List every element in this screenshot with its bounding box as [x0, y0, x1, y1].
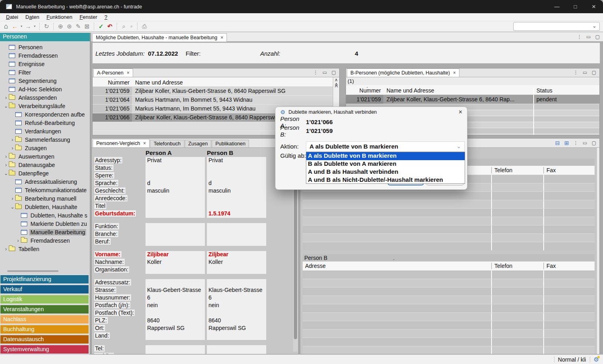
table-row[interactable]: 1’021’064 Markus Hartmann, Im Bommet 5, …: [93, 96, 333, 105]
tree-expand-arrow[interactable]: ›: [3, 154, 9, 159]
tree-item[interactable]: › Zusagen: [0, 144, 90, 152]
column-header-name-adresse[interactable]: Name und Adresse: [132, 79, 333, 86]
tree-expand-arrow[interactable]: ›: [10, 137, 15, 143]
menu-item[interactable]: Datei: [2, 14, 22, 20]
tree-item[interactable]: Verdankungen: [0, 127, 90, 135]
tree-item[interactable]: Manuelle Bearbeitung: [0, 228, 90, 236]
tree-item[interactable]: Adressaktualisierung: [0, 177, 90, 186]
toolbar-separator[interactable]: [94, 23, 94, 30]
forward-icon[interactable]: →: [24, 23, 32, 30]
tree-expand-arrow[interactable]: ›: [10, 196, 15, 201]
tree-item[interactable]: › Anlassspenden: [0, 93, 90, 102]
main-tab[interactable]: Mögliche Dubletten, Haushalte - manuelle…: [92, 33, 227, 42]
tree-expand-arrow[interactable]: ›: [10, 145, 15, 151]
column-header-nummer[interactable]: ˆNummer: [93, 79, 132, 86]
menu-item[interactable]: Fenster: [76, 14, 101, 20]
forward-caret-icon[interactable]: ▾: [32, 24, 37, 28]
settings-gear-icon[interactable]: ⚙: [594, 356, 599, 363]
column-header-telefon[interactable]: Telefon: [491, 167, 543, 173]
panel-menu-dots-icon[interactable]: ⋮: [577, 34, 582, 40]
toolbar-search-combobox[interactable]: ⌄: [513, 22, 600, 31]
module-bar[interactable]: Systemverwaltung: [0, 345, 89, 354]
tree-expand-arrow[interactable]: ›: [15, 238, 21, 243]
tree-expand-arrow[interactable]: ⌄: [3, 171, 9, 176]
tree-item[interactable]: ⌄ Datenpflege: [0, 169, 90, 177]
tree-item[interactable]: › Fremdadressen: [0, 236, 90, 245]
tree-expand-arrow[interactable]: ›: [3, 162, 9, 168]
b-personen-tab[interactable]: B-Personen (mögliche Dubletten, Haushalt…: [347, 68, 459, 77]
tree-expand-arrow[interactable]: ⌄: [3, 103, 9, 109]
tree-expand-arrow[interactable]: ⌄: [10, 204, 15, 210]
panel-menu-dots-icon[interactable]: ⋮: [313, 70, 318, 75]
toolbar-separator[interactable]: [137, 23, 138, 30]
tree-expand-arrow[interactable]: ›: [3, 246, 9, 252]
refresh-icon[interactable]: ↻: [42, 23, 51, 30]
tree-item[interactable]: › Bearbeitung manuell: [0, 194, 90, 203]
column-header-name-adresse[interactable]: Name und Adresse: [383, 87, 533, 95]
edit-pencil-icon[interactable]: ✎: [74, 23, 83, 30]
expand-all-icon[interactable]: ⊞: [565, 140, 569, 146]
dropdown-option[interactable]: A als Dublette von B markieren: [306, 152, 465, 160]
toolbar-separator[interactable]: [39, 23, 40, 30]
chevron-down-icon[interactable]: ⌄: [592, 23, 597, 29]
tree-item[interactable]: Filter: [0, 68, 90, 76]
chevron-down-icon[interactable]: ⌄: [456, 143, 461, 149]
tree-item[interactable]: › Datenausgabe: [0, 161, 90, 169]
module-bar[interactable]: Buchhaltung: [0, 325, 89, 334]
module-bar[interactable]: Projektfinanzierung: [0, 275, 89, 284]
module-bar[interactable]: Nachlass: [0, 315, 89, 324]
column-header-adresse[interactable]: ˆAdresse: [303, 263, 491, 269]
tree-item[interactable]: ⌄ Verarbeitungsläufe: [0, 102, 90, 110]
a-personen-tab[interactable]: A-Personen ×: [93, 68, 133, 77]
module-bar[interactable]: Verkauf: [0, 285, 89, 294]
back-caret-icon[interactable]: ▾: [19, 24, 24, 28]
column-header-telefon[interactable]: Telefon: [491, 263, 543, 269]
home-icon[interactable]: ⌂: [2, 22, 10, 30]
panel-menu-dots-icon[interactable]: ⋮: [573, 70, 578, 75]
dropdown-option[interactable]: A und B als Haushalt verbinden: [306, 168, 465, 176]
table-row[interactable]: 1’021’059 Ziljbear Koller, Klaus-Gebert-…: [93, 87, 333, 96]
add-circle-icon[interactable]: ⊕: [56, 23, 65, 30]
tree-item[interactable]: Telekommunikationsdate: [0, 186, 90, 194]
tree-item[interactable]: Refusé-Bearbeitung: [0, 119, 90, 127]
close-icon[interactable]: ×: [127, 70, 130, 76]
panel-maximize-icon[interactable]: ▢: [592, 140, 596, 146]
panel-maximize-icon[interactable]: ▢: [332, 70, 336, 75]
tree-item[interactable]: › Sammelerfassung: [0, 135, 90, 144]
tree-item[interactable]: Segmentierung: [0, 76, 90, 85]
panel-menu-dots-icon[interactable]: ⋮: [573, 140, 578, 146]
tree-item[interactable]: › Tabellen: [0, 245, 90, 253]
dropdown-option[interactable]: A und B als Nicht-Dublette/-Haushalt mar…: [306, 176, 465, 184]
tree-item[interactable]: Ereignisse: [0, 60, 90, 68]
table-row[interactable]: 1’021’059 Ziljbear Koller, Klaus-Gebert-…: [346, 95, 599, 104]
tab-item[interactable]: Telefonbuch: [150, 140, 184, 147]
tree-item[interactable]: ⌄ Dubletten, Haushalte: [0, 203, 90, 211]
tree-item[interactable]: Dubletten, Haushalte s: [0, 211, 90, 219]
search-small-icon[interactable]: ⌕: [128, 24, 135, 29]
column-header-nummer[interactable]: ˆNummer: [346, 87, 383, 95]
panel-maximize-icon[interactable]: ▢: [592, 70, 596, 75]
dialog-close-button[interactable]: ×: [459, 109, 462, 116]
panel-minimize-icon[interactable]: ▭: [583, 140, 587, 146]
column-header-fax[interactable]: Fax: [543, 263, 595, 269]
tab-personen-vergleich[interactable]: Personen-Vergleich ×: [93, 139, 150, 147]
close-icon[interactable]: ×: [453, 70, 456, 76]
tree-expand-arrow[interactable]: ›: [3, 95, 9, 101]
back-icon[interactable]: ←: [10, 23, 19, 30]
collapse-all-icon[interactable]: ⊟: [555, 140, 560, 146]
scrollbar-thumb[interactable]: [7, 270, 59, 272]
panel-minimize-icon[interactable]: ▭: [583, 70, 587, 75]
close-icon[interactable]: ×: [221, 35, 223, 40]
window-close-button[interactable]: ×: [585, 0, 603, 13]
tree-item[interactable]: Ad-Hoc Selektion: [0, 85, 90, 93]
print-icon[interactable]: ⎙: [140, 23, 149, 30]
confirm-check-icon[interactable]: ✓: [97, 23, 105, 30]
menu-item[interactable]: Funktionen: [43, 14, 76, 20]
panel-minimize-icon[interactable]: ▭: [322, 70, 327, 75]
column-header-fax[interactable]: Fax: [543, 167, 595, 173]
globe-circle-icon[interactable]: ⊛: [65, 23, 74, 30]
tree-item[interactable]: › Auswertungen: [0, 152, 90, 161]
undo-arrow-icon[interactable]: ↶: [105, 23, 114, 30]
menu-item[interactable]: ?: [101, 14, 111, 20]
column-header-status[interactable]: Status: [533, 87, 599, 95]
